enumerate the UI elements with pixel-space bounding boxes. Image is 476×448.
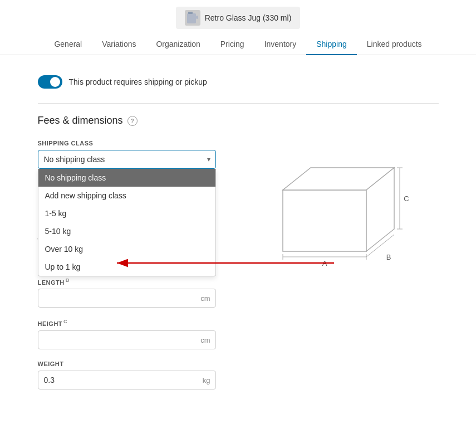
box-diagram-side: A B C	[238, 140, 439, 268]
svg-text:C: C	[404, 194, 409, 203]
shipping-class-dropdown: No shipping class Add new shipping class…	[38, 169, 216, 276]
form-diagram-layout: SHIPPING CLASS No shipping class ▾ No sh…	[38, 140, 439, 401]
weight-unit: kg	[203, 376, 210, 384]
svg-rect-2	[188, 12, 193, 14]
weight-input[interactable]	[38, 371, 216, 389]
nav-tabs: General Variations Organization Pricing …	[0, 33, 476, 55]
dropdown-item-no-shipping-class[interactable]: No shipping class	[38, 169, 215, 187]
form-side: SHIPPING CLASS No shipping class ▾ No sh…	[38, 140, 216, 401]
height-input[interactable]	[38, 330, 216, 349]
tab-linked-products[interactable]: Linked products	[357, 34, 432, 55]
length-unit: cm	[200, 294, 210, 303]
length-label: LENGTHB	[38, 277, 216, 286]
tab-variations[interactable]: Variations	[92, 34, 146, 55]
length-group: LENGTHB cm	[38, 277, 216, 308]
shipping-class-select[interactable]: No shipping class	[38, 150, 216, 169]
tab-inventory[interactable]: Inventory	[254, 34, 307, 55]
svg-text:A: A	[322, 259, 327, 267]
product-title: Retro Glass Jug (330 ml)	[205, 13, 292, 22]
dropdown-item-up-to-1kg[interactable]: Up to 1 kg	[38, 258, 215, 276]
dropdown-item-over-10kg[interactable]: Over 10 kg	[38, 240, 215, 258]
weight-label: WEIGHT	[38, 361, 216, 367]
dropdown-item-5-10kg[interactable]: 5-10 kg	[38, 222, 215, 240]
svg-marker-3	[283, 190, 366, 251]
svg-text:B: B	[386, 253, 391, 261]
fees-dimensions-title: Fees & dimensions	[38, 115, 123, 126]
height-unit: cm	[200, 335, 210, 344]
height-input-wrapper: cm	[38, 330, 216, 349]
tab-organization[interactable]: Organization	[146, 34, 210, 55]
product-title-box: Retro Glass Jug (330 ml)	[176, 7, 301, 29]
svg-rect-0	[187, 13, 196, 23]
product-thumbnail	[185, 10, 200, 26]
product-bar: Retro Glass Jug (330 ml)	[0, 0, 476, 33]
dropdown-item-add-new[interactable]: Add new shipping class	[38, 187, 215, 204]
tab-shipping[interactable]: Shipping	[306, 34, 357, 55]
weight-input-wrapper: kg	[38, 371, 216, 389]
shipping-class-label: SHIPPING CLASS	[38, 140, 216, 147]
shipping-toggle[interactable]	[38, 75, 62, 89]
shipping-class-group: SHIPPING CLASS No shipping class ▾ No sh…	[38, 140, 216, 169]
tab-general[interactable]: General	[44, 34, 92, 55]
length-input-wrapper: cm	[38, 289, 216, 308]
length-input[interactable]	[38, 289, 216, 308]
weight-group: WEIGHT kg	[38, 361, 216, 389]
shipping-toggle-label: This product requires shipping or pickup	[69, 77, 207, 86]
shipping-class-wrapper: No shipping class ▾ No shipping class Ad…	[38, 150, 216, 169]
fees-dimensions-heading: Fees & dimensions ?	[38, 115, 439, 126]
help-icon[interactable]: ?	[127, 116, 138, 126]
height-label: HEIGHTC	[38, 319, 216, 327]
dropdown-item-1-5kg[interactable]: 1-5 kg	[38, 204, 215, 222]
height-group: HEIGHTC cm	[38, 319, 216, 349]
box-diagram: A B C	[266, 157, 411, 268]
shipping-toggle-section: This product requires shipping or pickup	[38, 66, 439, 98]
tab-pricing[interactable]: Pricing	[210, 34, 254, 55]
shipping-class-value: No shipping class	[44, 155, 105, 164]
svg-rect-1	[196, 16, 198, 19]
section-divider	[38, 103, 439, 104]
main-content: This product requires shipping or pickup…	[21, 55, 455, 412]
